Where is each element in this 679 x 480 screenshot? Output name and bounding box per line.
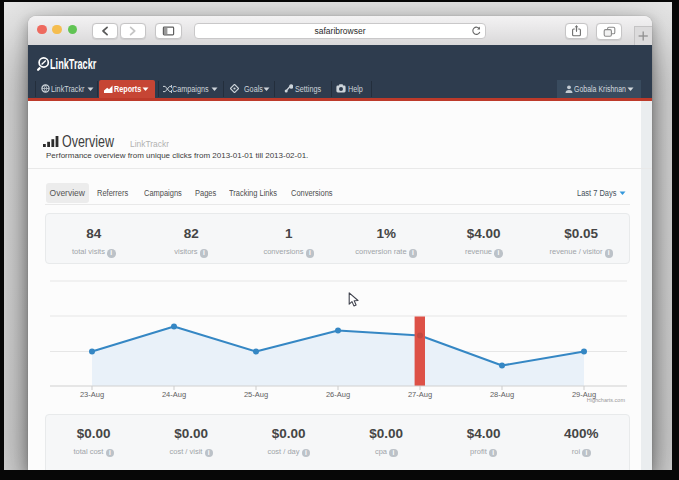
svg-text:26-Aug: 26-Aug <box>326 390 350 399</box>
svg-text:Highcharts.com: Highcharts.com <box>587 397 626 403</box>
svg-text:27-Aug: 27-Aug <box>408 390 432 399</box>
svg-text:28-Aug: 28-Aug <box>490 390 514 399</box>
svg-text:23-Aug: 23-Aug <box>80 390 104 399</box>
svg-text:25-Aug: 25-Aug <box>244 390 268 399</box>
svg-text:24-Aug: 24-Aug <box>162 390 186 399</box>
